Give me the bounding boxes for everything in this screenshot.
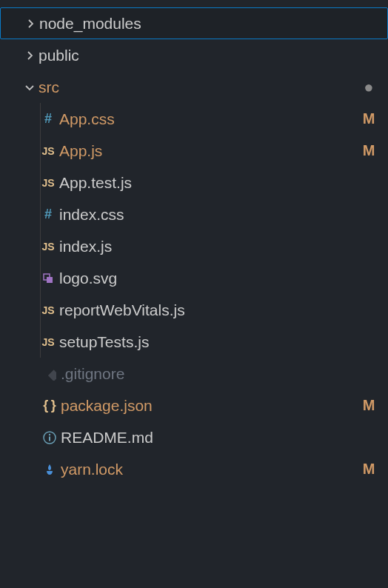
file-label: reportWebVitals.js xyxy=(59,301,378,319)
file-label: App.test.js xyxy=(59,174,378,192)
folder-label: node_modules xyxy=(39,15,377,33)
file-report-web-vitals-js[interactable]: JS reportWebVitals.js xyxy=(0,294,388,326)
file-gitignore[interactable]: .gitignore xyxy=(0,358,388,390)
git-icon xyxy=(39,367,61,381)
folder-label: public xyxy=(39,47,378,64)
file-index-js[interactable]: JS index.js xyxy=(0,230,388,262)
chevron-right-icon xyxy=(21,18,39,30)
file-yarn-lock[interactable]: yarn.lock M xyxy=(0,453,388,485)
css-icon: # xyxy=(37,207,59,222)
yarn-icon xyxy=(39,463,61,476)
svg-rect-5 xyxy=(49,436,50,441)
svg-point-4 xyxy=(49,433,50,435)
js-icon: JS xyxy=(37,304,59,316)
git-status-modified: M xyxy=(360,142,378,159)
file-label: package.json xyxy=(61,397,360,415)
file-index-css[interactable]: # index.css xyxy=(0,198,388,230)
git-status-modified: M xyxy=(360,461,378,478)
folder-node-modules[interactable]: node_modules xyxy=(0,7,388,39)
file-app-css[interactable]: # App.css M xyxy=(0,103,388,135)
folder-public[interactable]: public xyxy=(0,39,388,71)
file-label: yarn.lock xyxy=(61,461,360,478)
file-explorer: node_modules public src ● # App.css M JS… xyxy=(0,0,388,485)
file-label: App.js xyxy=(59,142,360,160)
js-icon: JS xyxy=(37,177,59,189)
file-readme-md[interactable]: README.md xyxy=(0,421,388,453)
file-label: README.md xyxy=(61,429,378,447)
folder-label: src xyxy=(39,78,360,96)
file-label: index.css xyxy=(59,206,378,224)
file-label: setupTests.js xyxy=(59,333,378,351)
css-icon: # xyxy=(37,111,59,127)
file-app-js[interactable]: JS App.js M xyxy=(0,135,388,167)
file-setup-tests-js[interactable]: JS setupTests.js xyxy=(0,326,388,358)
js-icon: JS xyxy=(37,145,59,157)
json-icon: { } xyxy=(39,398,61,413)
git-status-modified: M xyxy=(360,110,378,127)
git-status-modified: M xyxy=(360,397,378,414)
file-package-json[interactable]: { } package.json M xyxy=(0,390,388,421)
file-label: App.css xyxy=(59,110,360,128)
folder-src[interactable]: src ● xyxy=(0,71,388,103)
file-label: index.js xyxy=(59,238,378,255)
modified-dot-icon: ● xyxy=(360,84,378,91)
svg-icon xyxy=(37,272,59,285)
chevron-right-icon xyxy=(21,50,39,61)
file-app-test-js[interactable]: JS App.test.js xyxy=(0,167,388,198)
file-label: logo.svg xyxy=(59,270,378,287)
chevron-down-icon xyxy=(21,81,39,93)
js-icon: JS xyxy=(37,241,59,253)
file-logo-svg[interactable]: logo.svg xyxy=(0,262,388,294)
info-icon xyxy=(39,430,61,445)
file-label: .gitignore xyxy=(61,365,378,383)
svg-rect-2 xyxy=(48,370,56,381)
js-icon: JS xyxy=(37,336,59,348)
